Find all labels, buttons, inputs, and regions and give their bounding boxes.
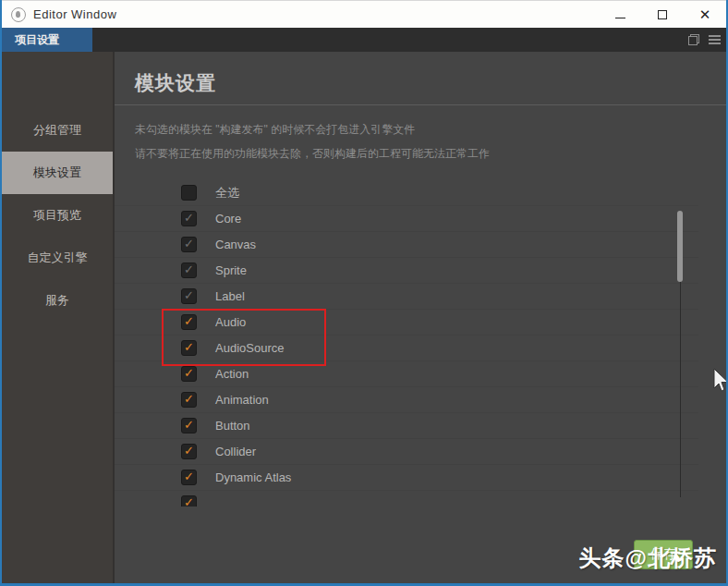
checkbox-canvas[interactable]: ✓: [181, 237, 197, 252]
editor-window: Editor Window ✕ 项目设置 分组管理模块设置项目预览自定义引擎服务…: [0, 0, 728, 586]
checkmark-icon: ✓: [184, 496, 194, 507]
checkmark-icon: ✓: [184, 212, 194, 224]
module-label: Audio: [215, 315, 246, 329]
checkmark-icon: ✓: [184, 315, 194, 327]
checkmark-icon: ✓: [184, 445, 194, 457]
checkbox-label[interactable]: ✓: [181, 288, 197, 304]
main-panel: 模块设置 未勾选的模块在 "构建发布" 的时候不会打包进入引擎文件 请不要将正在…: [115, 52, 726, 583]
module-label: Canvas: [215, 238, 256, 251]
checkbox-animation[interactable]: ✓: [181, 392, 197, 408]
menu-icon[interactable]: [709, 35, 721, 44]
checkbox-partial[interactable]: ✓: [181, 495, 197, 507]
module-row-animation: ✓Animation: [115, 387, 698, 413]
module-label: Action: [215, 367, 249, 381]
checkbox-dynamic-atlas[interactable]: ✓: [181, 470, 197, 485]
checkmark-icon: ✓: [184, 263, 194, 275]
sidebar-item-模块设置[interactable]: 模块设置: [2, 152, 113, 194]
checkbox-button[interactable]: ✓: [181, 418, 197, 433]
module-row-label: ✓Label: [115, 284, 698, 310]
module-row-button: ✓Button: [115, 413, 698, 439]
page-title: 模块设置: [135, 70, 216, 96]
divider: [115, 104, 726, 105]
save-button[interactable]: 保存: [634, 540, 693, 569]
sidebar-item-自定义引擎[interactable]: 自定义引擎: [2, 237, 113, 279]
tab-bar: 项目设置: [2, 28, 726, 52]
sidebar-item-分组管理[interactable]: 分组管理: [2, 109, 113, 152]
module-row-core: ✓Core: [115, 206, 698, 232]
sidebar-item-项目预览[interactable]: 项目预览: [2, 194, 113, 237]
mouse-cursor-icon: [712, 368, 726, 394]
tab-project-settings[interactable]: 项目设置: [2, 28, 92, 52]
module-label: Button: [215, 419, 250, 433]
module-label: Animation: [215, 393, 269, 407]
app-logo-icon: [11, 7, 26, 22]
checkbox-sprite[interactable]: ✓: [181, 262, 197, 278]
module-row-sprite: ✓Sprite: [115, 258, 698, 284]
checkbox-collider[interactable]: ✓: [181, 444, 197, 459]
sidebar: 分组管理模块设置项目预览自定义引擎服务: [2, 52, 115, 583]
module-label: Collider: [215, 445, 256, 458]
description-text: 未勾选的模块在 "构建发布" 的时候不会打包进入引擎文件 请不要将正在使用的功能…: [135, 117, 490, 165]
module-row-collider: ✓Collider: [115, 439, 698, 465]
module-label: Sprite: [215, 263, 247, 277]
checkbox-action[interactable]: ✓: [181, 366, 197, 382]
module-row-dynamic-atlas: ✓Dynamic Atlas: [115, 465, 698, 491]
scrollbar-thumb[interactable]: [677, 211, 683, 282]
window-title: Editor Window: [33, 7, 116, 21]
checkbox-全选[interactable]: ✓: [181, 185, 197, 201]
maximize-button[interactable]: [641, 1, 684, 29]
checkmark-icon: ✓: [184, 393, 194, 405]
minimize-button[interactable]: [599, 1, 641, 29]
module-label: Dynamic Atlas: [215, 470, 291, 484]
module-label: 全选: [215, 185, 239, 201]
module-row-canvas: ✓Canvas: [115, 232, 698, 258]
checkmark-icon: ✓: [184, 341, 194, 353]
description-line-2: 请不要将正在使用的功能模块去除，否则构建后的工程可能无法正常工作: [135, 141, 490, 165]
checkbox-core[interactable]: ✓: [181, 211, 197, 226]
module-label: Core: [215, 212, 241, 226]
module-label: Label: [215, 289, 245, 303]
checkbox-audio[interactable]: ✓: [181, 314, 197, 330]
module-row-全选: ✓全选: [115, 180, 698, 206]
close-button[interactable]: ✕: [684, 1, 726, 29]
module-row-action: ✓Action: [115, 361, 698, 387]
cascade-windows-icon[interactable]: [688, 34, 699, 45]
description-line-1: 未勾选的模块在 "构建发布" 的时候不会打包进入引擎文件: [135, 117, 490, 141]
checkmark-icon: ✓: [184, 289, 194, 301]
module-label: AudioSource: [215, 341, 284, 355]
sidebar-item-服务[interactable]: 服务: [2, 279, 113, 322]
module-row-audiosource: ✓AudioSource: [115, 336, 698, 361]
checkmark-icon: ✓: [184, 419, 194, 431]
title-bar: Editor Window ✕: [2, 0, 726, 28]
module-list: ✓全选✓Core✓Canvas✓Sprite✓Label✓Audio✓Audio…: [115, 180, 698, 507]
checkbox-audiosource[interactable]: ✓: [181, 340, 197, 356]
checkmark-icon: ✓: [184, 238, 194, 250]
checkmark-icon: ✓: [184, 367, 194, 379]
module-row-audio: ✓Audio: [115, 310, 698, 336]
checkmark-icon: ✓: [184, 470, 194, 482]
module-row-partial: ✓: [115, 491, 698, 507]
